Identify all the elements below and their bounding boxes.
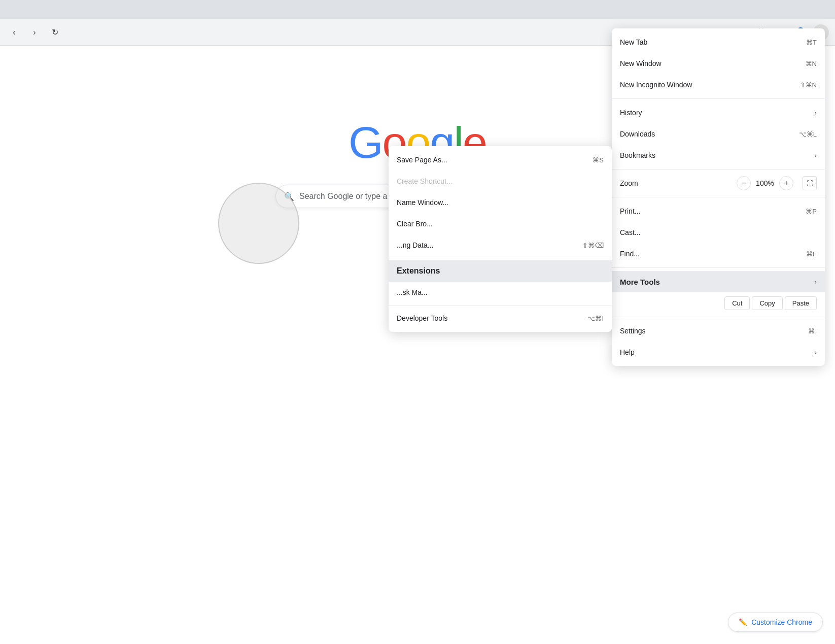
zoom-decrease-button[interactable]: − bbox=[737, 176, 751, 190]
zoom-value: 100% bbox=[756, 179, 774, 187]
menu-item-new-tab[interactable]: New Tab ⌘T bbox=[612, 31, 825, 53]
menu-item-bookmarks[interactable]: Bookmarks › bbox=[612, 145, 825, 166]
paste-button[interactable]: Paste bbox=[785, 296, 817, 310]
menu-item-new-window[interactable]: New Window ⌘N bbox=[612, 53, 825, 74]
menu-item-history[interactable]: History › bbox=[612, 102, 825, 123]
menu-divider-5 bbox=[612, 317, 825, 317]
customize-pencil-icon: ✏️ bbox=[739, 618, 747, 626]
tab-bar bbox=[0, 0, 835, 19]
menu-item-print[interactable]: Print... ⌘P bbox=[612, 200, 825, 222]
more-tools-menu: Save Page As... ⌘S Create Shortcut... Na… bbox=[389, 146, 612, 332]
menu-item-cast[interactable]: Cast... bbox=[612, 222, 825, 243]
edit-row: Cut Copy Paste bbox=[612, 292, 825, 314]
menu-item-downloads[interactable]: Downloads ⌥⌘L bbox=[612, 123, 825, 145]
submenu-clear-bro[interactable]: Clear Bro... bbox=[389, 213, 612, 234]
more-tools-arrow-icon: › bbox=[814, 278, 817, 286]
customize-chrome-button[interactable]: ✏️ Customize Chrome bbox=[728, 613, 823, 632]
menu-item-settings[interactable]: Settings ⌘, bbox=[612, 320, 825, 342]
submenu-create-shortcut[interactable]: Create Shortcut... bbox=[389, 171, 612, 192]
menu-divider-3 bbox=[612, 197, 825, 197]
back-button[interactable]: ‹ bbox=[6, 24, 22, 41]
customize-chrome-label: Customize Chrome bbox=[751, 618, 812, 626]
zoom-fullscreen-button[interactable]: ⛶ bbox=[803, 176, 817, 190]
menu-divider-4 bbox=[612, 267, 825, 268]
menu-divider-2 bbox=[612, 169, 825, 170]
menu-item-new-incognito[interactable]: New Incognito Window ⇧⌘N bbox=[612, 74, 825, 95]
logo-g: G bbox=[349, 117, 382, 168]
zoom-row: Zoom − 100% + ⛶ bbox=[612, 173, 825, 194]
menu-divider-1 bbox=[612, 98, 825, 99]
submenu-divider-2 bbox=[389, 305, 612, 306]
help-arrow-icon: › bbox=[814, 348, 817, 356]
copy-button[interactable]: Copy bbox=[752, 296, 782, 310]
menu-item-help[interactable]: Help › bbox=[612, 342, 825, 363]
menu-item-more-tools[interactable]: More Tools › bbox=[612, 271, 825, 292]
submenu-divider-1 bbox=[389, 258, 612, 258]
submenu-name-window[interactable]: Name Window... bbox=[389, 192, 612, 213]
submenu-save-page[interactable]: Save Page As... ⌘S bbox=[389, 149, 612, 171]
browser-frame: ‹ › ↻ ⬆ ☆ 🧩 ▭ 👤 ⋮ G o o g l e bbox=[0, 0, 835, 644]
menu-item-find[interactable]: Find... ⌘F bbox=[612, 243, 825, 264]
forward-button[interactable]: › bbox=[26, 24, 43, 41]
cut-button[interactable]: Cut bbox=[724, 296, 750, 310]
submenu-developer-tools[interactable]: Developer Tools ⌥⌘I bbox=[389, 308, 612, 329]
zoom-controls: − 100% + ⛶ bbox=[737, 176, 817, 190]
reload-button[interactable]: ↻ bbox=[47, 24, 63, 41]
zoom-increase-button[interactable]: + bbox=[779, 176, 793, 190]
submenu-task-manager[interactable]: ...sk Ma... bbox=[389, 282, 612, 303]
search-icon: 🔍 bbox=[284, 192, 294, 201]
submenu-browsing-data[interactable]: ...ng Data... ⇧⌘⌫ bbox=[389, 234, 612, 256]
bookmarks-arrow-icon: › bbox=[814, 151, 817, 159]
chrome-menu: New Tab ⌘T New Window ⌘N New Incognito W… bbox=[612, 28, 825, 366]
zoom-label: Zoom bbox=[620, 179, 737, 187]
submenu-extensions[interactable]: Extensions bbox=[389, 260, 612, 282]
fullscreen-icon: ⛶ bbox=[807, 180, 813, 187]
history-arrow-icon: › bbox=[814, 109, 817, 117]
